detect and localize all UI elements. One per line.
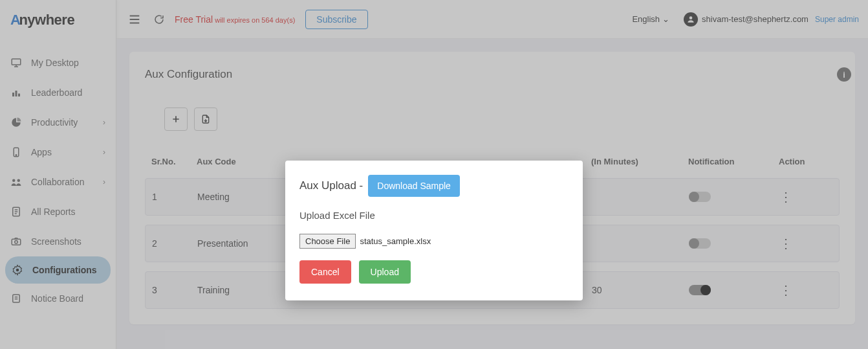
choose-file-button[interactable]: Choose File <box>299 234 356 249</box>
download-sample-button[interactable]: Download Sample <box>368 175 460 197</box>
selected-filename: status_sample.xlsx <box>360 236 431 246</box>
modal-title: Aux Upload - <box>299 179 363 192</box>
upload-button[interactable]: Upload <box>359 260 411 284</box>
file-input-row: Choose File status_sample.xlsx <box>299 234 569 249</box>
cancel-button[interactable]: Cancel <box>299 260 351 284</box>
aux-upload-modal: Aux Upload - Download Sample Upload Exce… <box>285 161 583 300</box>
modal-overlay[interactable]: Aux Upload - Download Sample Upload Exce… <box>0 0 868 349</box>
upload-file-label: Upload Excel File <box>299 210 569 221</box>
